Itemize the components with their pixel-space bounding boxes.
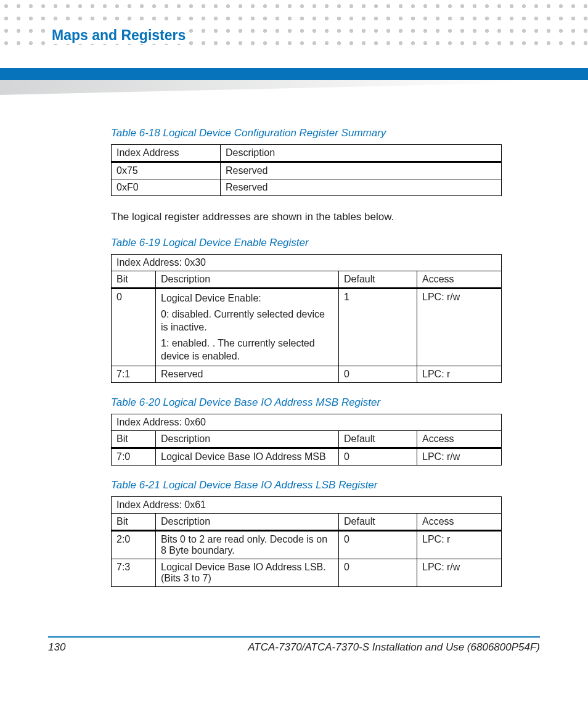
- table-address: Index Address: 0x60: [112, 414, 502, 430]
- col-header: Description: [156, 271, 339, 289]
- table-caption: Table 6-18 Logical Device Configuration …: [111, 127, 502, 139]
- cell: LPC: r/w: [417, 289, 502, 366]
- cell: 0: [339, 559, 417, 586]
- cell: 7:0: [112, 448, 156, 465]
- col-header: Description: [156, 513, 339, 530]
- cell: 0: [339, 530, 417, 559]
- section-title: Maps and Registers: [48, 27, 189, 44]
- table-address: Index Address: 0x61: [112, 496, 502, 513]
- cell: Reserved: [221, 162, 502, 179]
- cell: Reserved: [221, 179, 502, 196]
- cell-line: Logical Device Enable:: [161, 292, 333, 305]
- col-header: Access: [417, 430, 502, 448]
- page-number: 130: [48, 641, 65, 654]
- cell: Logical Device Base IO Address MSB: [156, 448, 339, 465]
- col-header: Index Address: [112, 145, 221, 162]
- cell: 0x75: [112, 162, 221, 179]
- table-6-19: Index Address: 0x30 Bit Description Defa…: [111, 254, 502, 383]
- header-rule: [0, 68, 588, 80]
- col-header: Description: [156, 430, 339, 448]
- cell: LPC: r: [417, 530, 502, 559]
- cell-line: 1: enabled. . The currently selected dev…: [161, 337, 333, 363]
- col-header: Bit: [112, 513, 156, 530]
- table-6-21: Index Address: 0x61 Bit Description Defa…: [111, 496, 502, 587]
- cell: Bits 0 to 2 are read only. Decode is on …: [156, 530, 339, 559]
- col-header: Default: [339, 430, 417, 448]
- col-header: Description: [221, 145, 502, 162]
- cell: 0: [339, 366, 417, 382]
- table-caption: Table 6-21 Logical Device Base IO Addres…: [111, 479, 502, 491]
- header-pattern: Maps and Registers: [0, 0, 588, 49]
- cell: 7:3: [112, 559, 156, 586]
- page-footer: 130 ATCA-7370/ATCA-7370-S Installation a…: [48, 636, 540, 654]
- col-header: Default: [339, 271, 417, 289]
- cell: 7:1: [112, 366, 156, 382]
- cell: Logical Device Base IO Address LSB. (Bit…: [156, 559, 339, 586]
- col-header: Bit: [112, 430, 156, 448]
- cell: Logical Device Enable: 0: disabled. Curr…: [156, 289, 339, 366]
- col-header: Bit: [112, 271, 156, 289]
- table-6-18: Index Address Description 0x75 Reserved …: [111, 144, 502, 196]
- table-caption: Table 6-19 Logical Device Enable Registe…: [111, 237, 502, 249]
- body-paragraph: The logical register addresses are shown…: [111, 211, 502, 223]
- cell: LPC: r/w: [417, 559, 502, 586]
- table-caption: Table 6-20 Logical Device Base IO Addres…: [111, 396, 502, 409]
- cell: 0xF0: [112, 179, 221, 196]
- cell: LPC: r: [417, 366, 502, 382]
- col-header: Default: [339, 513, 417, 530]
- col-header: Access: [417, 513, 502, 530]
- col-header: Access: [417, 271, 502, 289]
- page-content: Table 6-18 Logical Device Configuration …: [0, 95, 588, 599]
- cell: 1: [339, 289, 417, 366]
- header-shadow: [0, 80, 588, 95]
- cell: LPC: r/w: [417, 448, 502, 465]
- table-6-20: Index Address: 0x60 Bit Description Defa…: [111, 414, 502, 466]
- table-address: Index Address: 0x30: [112, 255, 502, 271]
- doc-title: ATCA-7370/ATCA-7370-S Installation and U…: [248, 641, 540, 654]
- cell: 0: [339, 448, 417, 465]
- cell: 0: [112, 289, 156, 366]
- cell: Reserved: [156, 366, 339, 382]
- cell: 2:0: [112, 530, 156, 559]
- cell-line: 0: disabled. Currently selected device i…: [161, 308, 333, 334]
